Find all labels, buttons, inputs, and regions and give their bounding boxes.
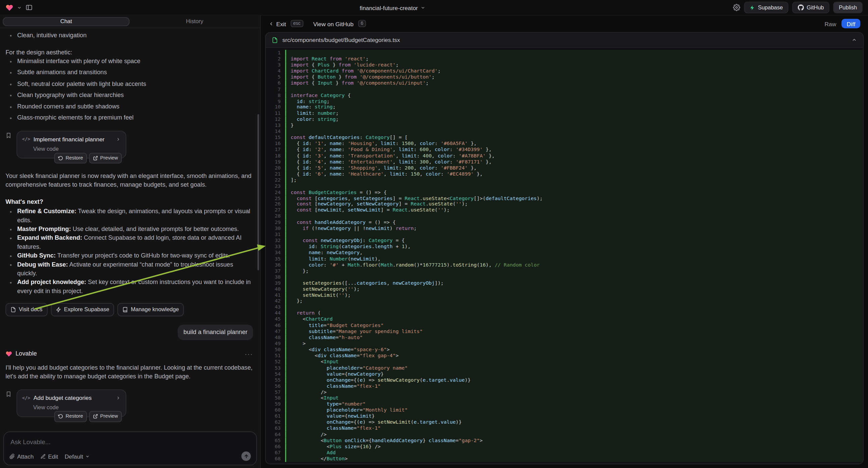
code-line: 61 value={newLimit} — [266, 413, 863, 419]
bookmark-icon[interactable] — [6, 391, 12, 397]
code-line: 52 <Input — [266, 359, 863, 365]
code-line: 28 — [266, 213, 863, 220]
chevron-up-icon[interactable] — [851, 37, 857, 43]
attach-button[interactable]: Attach — [9, 453, 34, 460]
code-line: 43 — [266, 304, 863, 310]
line-number: 13 — [266, 122, 285, 128]
code-line: 40 setNewCategory(''); — [266, 286, 863, 292]
code-line: 20 { id: '5', name: 'Shopping', limit: 2… — [266, 165, 863, 171]
preview-button[interactable]: Preview — [89, 411, 122, 422]
added-file-icon — [272, 37, 278, 43]
chat-input[interactable] — [9, 438, 253, 446]
explore-supabase-button[interactable]: Explore Supabase — [51, 303, 114, 316]
message-options-icon[interactable]: ··· — [245, 352, 253, 356]
code-line: 63 className="flex-1" — [266, 426, 863, 431]
line-number: 14 — [266, 128, 285, 135]
code-text: { id: '5', name: 'Shopping', limit: 200,… — [285, 165, 863, 171]
restore-button[interactable]: Restore — [54, 153, 87, 163]
preview-button[interactable]: Preview — [89, 153, 122, 163]
code-line: 33 id: String(categories.length + 1), — [266, 244, 863, 250]
line-number: 57 — [266, 389, 285, 395]
diff-view-button[interactable]: Diff — [842, 19, 860, 28]
edit-label: Edit — [48, 453, 58, 460]
preview-label: Preview — [100, 413, 118, 420]
manage-knowledge-label: Manage knowledge — [131, 305, 179, 314]
view-on-github-label: View on GitHub — [313, 20, 353, 27]
code-text: if (!newCategory || !newLimit) return; — [285, 226, 863, 232]
chat-scrollbar-thumb[interactable] — [257, 114, 259, 270]
line-number: 44 — [266, 311, 285, 317]
code-text: import { Button } from '@/components/ui/… — [285, 74, 863, 80]
assistant-message-header: Lovable ··· — [6, 350, 253, 358]
model-selector[interactable]: Default — [65, 453, 90, 460]
tool-call-row: </> Implement financial planner View cod… — [6, 130, 253, 158]
line-number: 27 — [266, 207, 285, 213]
tool-card-add-budget-categories[interactable]: </> Add budget categories View code Rest… — [17, 389, 126, 417]
line-number: 36 — [266, 262, 285, 268]
line-number: 32 — [266, 238, 285, 244]
publish-button[interactable]: Publish — [833, 2, 863, 13]
line-number: 42 — [266, 298, 285, 304]
lovable-heart-logo[interactable] — [6, 4, 13, 11]
code-text: const BudgetCategories = () => { — [285, 189, 863, 195]
topbar-right-group: Supabase GitHub Publish — [733, 2, 863, 13]
project-selector[interactable]: financial-future-creator — [360, 4, 425, 11]
code-text: color: string; — [285, 117, 863, 122]
code-line: 56 className="flex-1" — [266, 383, 863, 389]
code-line: 31 — [266, 232, 863, 238]
tab-history[interactable]: History — [132, 17, 258, 26]
line-number: 11 — [266, 111, 285, 117]
code-text: return ( — [285, 311, 863, 317]
code-line: 44 return ( — [266, 311, 863, 317]
code-text — [285, 50, 863, 56]
send-button[interactable] — [241, 451, 251, 461]
edit-mode-button[interactable]: Edit — [40, 453, 58, 460]
code-line: 54 value={newCategory} — [266, 371, 863, 377]
line-number: 28 — [266, 213, 285, 220]
code-line: 24const BudgetCategories = () => { — [266, 189, 863, 195]
restore-button[interactable]: Restore — [54, 411, 87, 422]
code-text: import ChartCard from '@/components/ui/C… — [285, 68, 863, 74]
code-line: 37 }; — [266, 268, 863, 274]
attach-label: Attach — [17, 453, 34, 460]
tool-card-implement-financial-planner[interactable]: </> Implement financial planner View cod… — [17, 130, 126, 158]
code-text: subtitle="Manage your spending limits" — [285, 329, 863, 335]
raw-view-button[interactable]: Raw — [825, 20, 836, 27]
code-text: className="h-auto" — [285, 335, 863, 341]
bookmark-icon[interactable] — [6, 132, 12, 138]
chevron-down-icon[interactable] — [17, 5, 22, 10]
code-text: <div className="flex gap-4"> — [285, 353, 863, 359]
line-number: 25 — [266, 195, 285, 201]
chevron-down-icon — [85, 454, 90, 458]
tab-chat[interactable]: Chat — [3, 17, 129, 26]
line-number: 26 — [266, 201, 285, 207]
code-text: title="Budget Categories" — [285, 323, 863, 329]
toggle-sidebar-icon[interactable] — [26, 4, 33, 11]
view-on-github-button[interactable]: View on GitHub — [313, 20, 353, 27]
github-button[interactable]: GitHub — [792, 2, 829, 13]
manage-knowledge-button[interactable]: Manage knowledge — [118, 303, 184, 316]
code-text — [285, 86, 863, 92]
list-item: Glass-morphic elements for a premium fee… — [17, 114, 253, 122]
exit-button[interactable]: Exit — [269, 20, 286, 27]
user-message: build a financial planner — [178, 325, 253, 340]
composer-toolbar: Attach Edit Default — [9, 451, 251, 461]
supabase-button[interactable]: Supabase — [744, 2, 788, 13]
code-text: id: string; — [285, 98, 863, 105]
code-line: 21 { id: '6', name: 'Healthcare', limit:… — [266, 171, 863, 177]
list-item: Clean, intuitive navigation — [17, 31, 253, 39]
code-icon: </> — [22, 136, 30, 143]
file-header[interactable]: src/components/budget/BudgetCategories.t… — [266, 33, 863, 48]
visit-docs-button[interactable]: Visit docs — [6, 303, 48, 316]
code-line: 27 const [newLimit, setNewLimit] = React… — [266, 207, 863, 213]
view-code-label[interactable]: View code — [22, 404, 121, 412]
code-text: limit: number; — [285, 111, 863, 117]
settings-gear-icon[interactable] — [733, 4, 740, 11]
view-code-label[interactable]: View code — [22, 145, 121, 153]
code-editor: 12import React from 'react';3import { Pl… — [266, 48, 863, 464]
code-text: import { Input } from '@/components/ui/i… — [285, 80, 863, 86]
line-number: 10 — [266, 105, 285, 111]
code-text: }; — [285, 268, 863, 274]
code-line: 48 className="h-auto" — [266, 335, 863, 341]
code-line: 35 limit: Number(newLimit), — [266, 256, 863, 262]
